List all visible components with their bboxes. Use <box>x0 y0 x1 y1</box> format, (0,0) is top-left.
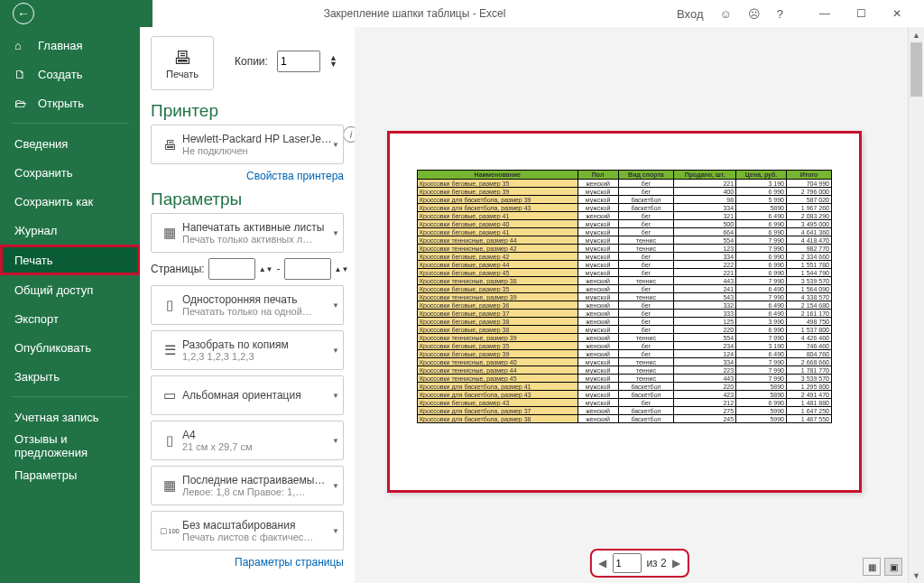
smile-icon[interactable]: ☺ <box>719 7 731 21</box>
info-icon[interactable]: i <box>343 126 355 143</box>
sidebar-item-1[interactable]: 🗋Создать <box>0 60 140 88</box>
sidebar-item-label: Сохранить как <box>14 195 93 208</box>
sheets-icon: ▦ <box>157 220 182 245</box>
sidebar-item-label: Общий доступ <box>14 283 93 297</box>
sidebar-item-label: Учетная запись <box>14 411 99 424</box>
prev-page-button[interactable]: ◀ <box>598 557 606 569</box>
nav-icon: 🗁 <box>14 97 31 110</box>
sidebar-item-14[interactable]: Параметры <box>0 460 140 489</box>
params-heading: Параметры <box>151 190 344 209</box>
papersize-selector[interactable]: ▯ A421 см x 29,7 см ▼ <box>151 421 344 460</box>
sidebar-item-label: Открыть <box>38 97 84 110</box>
copies-label: Копии: <box>235 55 268 68</box>
printer-selector[interactable]: 🖶 Hewlett-Packard HP LaserJe…Не подключе… <box>151 125 344 164</box>
page-of-label: из 2 <box>646 557 666 569</box>
orientation-selector[interactable]: ▭ Альбомная ориентация ▼ <box>151 375 344 415</box>
help-icon[interactable]: ? <box>777 7 783 21</box>
sidebar-item-10[interactable]: Опубликовать <box>0 333 140 362</box>
sidebar-item-label: Печать <box>14 254 53 267</box>
page-number-input[interactable] <box>612 553 641 573</box>
scrollbar-thumb[interactable] <box>910 42 922 97</box>
sidebar-item-12[interactable]: Учетная запись <box>0 403 140 431</box>
back-button[interactable]: ← <box>13 3 34 24</box>
collate-icon: ☰ <box>157 338 182 363</box>
nav-icon: ⌂ <box>14 39 31 52</box>
sidebar-item-label: Отзывы и предложения <box>14 432 140 459</box>
print-what-selector[interactable]: ▦ Напечатать активные листыПечать только… <box>151 213 344 253</box>
page-to-input[interactable] <box>284 258 331 280</box>
scroll-up-icon[interactable]: ▲ <box>909 27 924 42</box>
sidebar-item-7[interactable]: Печать <box>0 245 140 275</box>
sidebar-item-6[interactable]: Журнал <box>0 216 140 245</box>
sidebar-item-2[interactable]: 🗁Открыть <box>0 88 140 117</box>
page-icon: ▯ <box>157 292 182 318</box>
print-preview: НаименованиеПолВид спортаПродано, шт.Цен… <box>355 27 924 583</box>
sidebar-item-label: Экспорт <box>14 312 59 326</box>
sidebar-item-13[interactable]: Отзывы и предложения <box>0 431 140 460</box>
sad-icon[interactable]: ☹ <box>748 7 761 21</box>
printer-properties-link[interactable]: Свойства принтера <box>151 170 344 182</box>
print-button[interactable]: 🖶 Печать <box>151 36 214 90</box>
page-navigator: ◀ из 2 ▶ <box>589 549 688 578</box>
scale-selector[interactable]: ▢100 Без масштабированияПечать листов с … <box>151 511 344 551</box>
sidebar-item-3[interactable]: Сведения <box>0 129 140 158</box>
sidebar-item-4[interactable]: Сохранить <box>0 158 140 187</box>
landscape-icon: ▭ <box>157 383 182 408</box>
page-from-input[interactable] <box>208 258 255 280</box>
sidebar-item-label: Журнал <box>14 224 57 237</box>
minimize-button[interactable]: — <box>807 0 843 27</box>
nav-icon: 🗋 <box>14 68 31 81</box>
sidebar-item-label: Сведения <box>14 137 68 151</box>
sidebar-item-label: Создать <box>38 68 82 81</box>
spinner-icon[interactable]: ▲▼ <box>329 55 337 68</box>
a4-icon: ▯ <box>157 428 182 453</box>
preview-table: НаименованиеПолВид спортаПродано, шт.Цен… <box>417 170 832 423</box>
preview-scrollbar[interactable]: ▲ ▼ <box>908 27 924 583</box>
copies-input[interactable] <box>277 51 320 72</box>
margins-icon: ▦ <box>157 473 182 498</box>
next-page-button[interactable]: ▶ <box>672 557 680 569</box>
chevron-down-icon: ▼ <box>332 527 339 535</box>
chevron-down-icon: ▼ <box>332 482 339 490</box>
sidebar-item-11[interactable]: Закрыть <box>0 362 140 391</box>
page-setup-link[interactable]: Параметры страницы <box>151 556 344 569</box>
chevron-down-icon: ▼ <box>332 301 339 310</box>
sidebar-item-label: Главная <box>38 39 82 52</box>
chevron-down-icon: ▼ <box>332 392 339 400</box>
sidebar-item-5[interactable]: Сохранить как <box>0 187 140 216</box>
chevron-down-icon: ▼ <box>332 141 339 149</box>
window-title: Закрепление шапки таблицы - Excel <box>152 7 677 20</box>
sidebar-item-0[interactable]: ⌂Главная <box>0 31 140 60</box>
scale-icon: ▢100 <box>157 518 182 543</box>
duplex-selector[interactable]: ▯ Односторонняя печатьПечатать только на… <box>151 285 344 325</box>
preview-page: НаименованиеПолВид спортаПродано, шт.Цен… <box>387 131 862 493</box>
sidebar-item-label: Параметры <box>14 468 77 482</box>
chevron-down-icon: ▼ <box>332 229 339 237</box>
zoom-to-page-button[interactable]: ▣ <box>884 558 902 576</box>
sidebar-item-9[interactable]: Экспорт <box>0 304 140 333</box>
chevron-down-icon: ▼ <box>332 437 339 445</box>
sidebar-item-label: Сохранить <box>14 166 73 180</box>
close-button[interactable]: ✕ <box>879 0 915 27</box>
sidebar-item-label: Закрыть <box>14 370 60 384</box>
collate-selector[interactable]: ☰ Разобрать по копиям1,2,3 1,2,3 1,2,3 ▼ <box>151 330 344 370</box>
printer-heading: Принтер <box>151 101 344 121</box>
backstage-sidebar: ⌂Главная🗋Создать🗁ОткрытьСведенияСохранит… <box>0 27 140 583</box>
pages-label: Страницы: <box>151 263 205 275</box>
margins-selector[interactable]: ▦ Последние настраиваемы…Левое: 1,8 см П… <box>151 466 344 505</box>
scroll-down-icon[interactable]: ▼ <box>909 568 924 583</box>
login-link[interactable]: Вход <box>677 7 703 21</box>
printer-icon: 🖶 <box>173 48 191 69</box>
chevron-down-icon: ▼ <box>332 347 339 355</box>
sidebar-item-label: Опубликовать <box>14 341 91 355</box>
printer-status-icon: 🖶 <box>157 132 182 157</box>
maximize-button[interactable]: ☐ <box>843 0 879 27</box>
show-margins-button[interactable]: ▦ <box>863 558 881 576</box>
sidebar-item-8[interactable]: Общий доступ <box>0 275 140 304</box>
